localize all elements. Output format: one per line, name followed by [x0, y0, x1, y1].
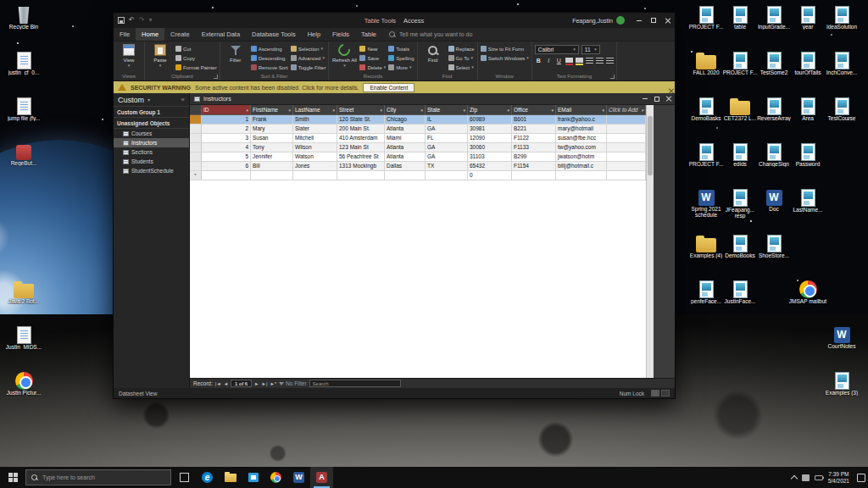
column-filter-icon[interactable]: ▾ [641, 108, 643, 113]
table-cell[interactable] [385, 171, 426, 180]
column-filter-icon[interactable]: ▾ [288, 108, 291, 113]
table-cell[interactable]: 12090 [468, 134, 512, 143]
dialog-launcher-icon[interactable] [214, 75, 218, 79]
table-cell[interactable]: 30981 [468, 125, 512, 134]
ribbon-tab-external-data[interactable]: External Data [196, 28, 246, 41]
font-name-select[interactable]: Calibri▾ [535, 45, 579, 54]
table-cell[interactable] [607, 115, 646, 125]
format-painter-button[interactable]: Format Painter [175, 64, 217, 71]
table-cell[interactable] [607, 162, 646, 171]
chevron-down-icon[interactable]: ▾ [147, 97, 150, 103]
table-cell[interactable] [202, 171, 251, 180]
nav-item-sections[interactable]: Sections [114, 147, 189, 157]
table-cell[interactable]: F1122 [512, 134, 556, 143]
table-cell[interactable]: Watson [293, 152, 337, 162]
select-button[interactable]: Select▾ [448, 64, 475, 71]
selection-button[interactable]: Selection▾ [291, 45, 326, 53]
column-header-email[interactable]: EMail▾ [556, 105, 607, 115]
table-cell[interactable]: 410 Amsterdam [337, 134, 385, 143]
copy-button[interactable]: Copy [175, 54, 217, 62]
save-button[interactable]: Save [359, 54, 386, 62]
nav-item-instructors[interactable]: Instructors [114, 138, 189, 147]
column-filter-icon[interactable]: ▾ [380, 108, 382, 113]
table-cell[interactable] [426, 171, 468, 180]
align-right-icon[interactable] [606, 58, 614, 64]
align-center-icon[interactable] [596, 58, 604, 64]
row-selector[interactable] [190, 115, 202, 125]
highlight-color-icon[interactable] [576, 58, 583, 65]
vertical-scrollbar[interactable] [646, 105, 654, 378]
row-selector[interactable] [190, 143, 202, 152]
dialog-launcher-icon[interactable] [610, 75, 615, 79]
column-filter-icon[interactable]: ▾ [602, 108, 604, 113]
table-cell[interactable] [607, 171, 646, 180]
column-filter-icon[interactable]: ▾ [507, 108, 509, 113]
column-filter-icon[interactable]: ▾ [463, 108, 465, 113]
table-cell[interactable]: Susan [251, 134, 293, 143]
table-cell[interactable]: 60989 [468, 115, 512, 125]
new-record-button[interactable]: ►* [270, 381, 276, 386]
table-cell[interactable]: Miami [385, 134, 426, 143]
underline-button[interactable]: U [555, 57, 563, 65]
previous-record-button[interactable]: ◄ [224, 381, 228, 386]
table-cell[interactable]: 5 [202, 152, 251, 162]
table-cell[interactable]: jwatson@hotm [556, 152, 607, 162]
undo-icon[interactable]: ↶ [129, 17, 135, 24]
size-to-fit-form-button[interactable]: Size to Fit Form [481, 45, 529, 53]
table-cell[interactable]: Mitchell [293, 134, 337, 143]
table-cell[interactable] [337, 171, 385, 180]
font-color-icon[interactable] [565, 58, 573, 65]
table-row[interactable]: 3SusanMitchell410 AmsterdamMiamiFL12090F… [190, 134, 646, 143]
last-record-button[interactable]: ►| [262, 381, 268, 386]
table-cell[interactable]: TX [426, 162, 468, 171]
table-cell[interactable]: billj@hotmail.c [556, 162, 607, 171]
close-button[interactable] [660, 13, 675, 28]
table-cell[interactable]: 56 Peachtree St [337, 152, 385, 162]
table-cell[interactable]: Slater [293, 125, 337, 134]
scrollbar-thumb[interactable] [648, 116, 653, 175]
minimize-button[interactable] [632, 13, 646, 28]
table-row[interactable]: 2MarySlater200 Main St.AtlantaGA30981B22… [190, 125, 646, 134]
row-selector[interactable] [190, 152, 202, 162]
tray-expand-icon[interactable] [790, 474, 797, 481]
table-cell[interactable]: Atlanta [385, 152, 426, 162]
taskbar-icon-file-explorer[interactable] [219, 467, 242, 488]
table-cell[interactable]: Jennifer [251, 152, 293, 162]
row-selector[interactable] [190, 125, 202, 134]
tray-icon[interactable] [802, 474, 810, 481]
desktop-icon[interactable]: WCourtNotes [822, 325, 861, 349]
taskbar-icon-store[interactable] [242, 467, 264, 488]
table-cell[interactable]: Frank [251, 115, 293, 125]
table-cell[interactable]: 31103 [468, 152, 512, 162]
table-row[interactable]: 1FrankSmith120 State St.ChicagoIL60989B6… [190, 115, 646, 125]
ribbon-tab-fields[interactable]: Fields [326, 28, 355, 41]
ascending-button[interactable]: Ascending [251, 45, 288, 53]
shutter-bar-icon[interactable]: « [181, 96, 185, 103]
desktop-icon[interactable]: TestCourse [822, 97, 861, 121]
start-button[interactable] [0, 467, 25, 488]
column-filter-icon[interactable]: ▾ [551, 108, 554, 113]
desktop-icon[interactable]: Password [788, 142, 827, 167]
enable-content-button[interactable]: Enable Content [363, 83, 415, 92]
paste-button[interactable]: Paste▾ [147, 42, 173, 68]
row-selector[interactable]: * [190, 171, 202, 180]
table-cell[interactable]: Chicago [385, 115, 426, 125]
column-header-office[interactable]: Office▾ [512, 105, 556, 115]
column-header-lastname[interactable]: LastName▾ [293, 105, 337, 115]
document-tab-title[interactable]: Instructors [203, 96, 231, 102]
replace-button[interactable]: Replace [448, 45, 475, 53]
column-header-street[interactable]: Street▾ [337, 105, 385, 115]
column-filter-icon[interactable]: ▾ [246, 108, 248, 113]
table-cell[interactable]: Mary [251, 125, 293, 134]
table-cell[interactable] [512, 171, 556, 180]
table-cell[interactable]: F1154 [512, 162, 556, 171]
doc-restore-button[interactable] [651, 93, 663, 104]
table-row[interactable]: 5JenniferWatson56 Peachtree StAtlantaGA3… [190, 152, 646, 162]
taskbar-icon-access[interactable]: A [310, 467, 333, 488]
table-cell[interactable]: 65432 [468, 162, 512, 171]
desktop-icon[interactable]: JustinFace... [721, 280, 760, 304]
table-cell[interactable]: Atlanta [385, 125, 426, 134]
column-header-city[interactable]: City▾ [385, 105, 426, 115]
bold-button[interactable]: B [535, 57, 542, 65]
ribbon-tab-home[interactable]: Home [136, 28, 164, 41]
